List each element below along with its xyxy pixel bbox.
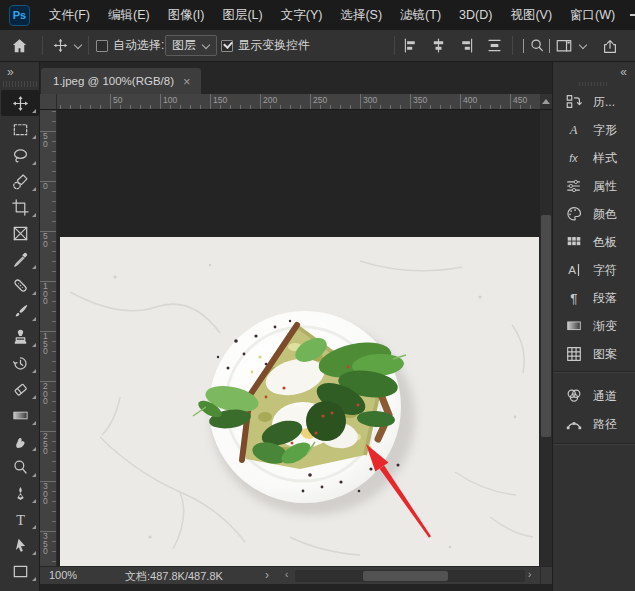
menu-item-select[interactable]: 选择(S)	[331, 0, 391, 30]
h-ruler-label: 300	[363, 95, 377, 105]
minimize-icon	[630, 14, 635, 16]
panel-tab-swatches[interactable]: 色板	[553, 229, 635, 255]
menu-item-edit[interactable]: 编辑(E)	[99, 0, 159, 30]
menu-item-file[interactable]: 文件(F)	[40, 0, 99, 30]
panel-tab-label: 通道	[593, 388, 617, 405]
toolbar-collapse-button[interactable]: »	[7, 65, 14, 79]
tab-close-icon[interactable]: ×	[183, 74, 191, 89]
clone-stamp-tool[interactable]	[1, 324, 39, 350]
panel-collapse-button[interactable]: «	[620, 65, 627, 79]
panel-tab-styles[interactable]: fx样式	[553, 145, 635, 171]
status-bar: 100% 文档:487.8K/487.8K › ‹ ›	[40, 566, 552, 584]
align-center-button[interactable]	[430, 30, 447, 61]
move-tool-icon	[52, 37, 69, 54]
panel-tab-label: 样式	[593, 150, 617, 167]
dropdown-value: 图层	[172, 37, 196, 54]
tools-panel: » T	[0, 62, 40, 591]
quick-selection-tool[interactable]	[1, 168, 39, 194]
panel-tab-properties[interactable]: 属性	[553, 173, 635, 199]
vertical-scrollbar[interactable]	[540, 110, 552, 566]
align-right-icon	[458, 37, 475, 54]
photoshop-window: Ps 文件(F)编辑(E)图像(I)图层(L)文字(Y)选择(S)滤镜(T)3D…	[0, 0, 635, 591]
panel-tab-label: 图案	[593, 346, 617, 363]
align-left-button[interactable]	[402, 30, 419, 61]
brush-tool[interactable]	[1, 298, 39, 324]
toolbar-grip[interactable]	[3, 81, 37, 87]
frame-tool[interactable]	[1, 220, 39, 246]
search-button[interactable]	[528, 30, 546, 61]
lasso-tool[interactable]	[1, 142, 39, 168]
status-options-chevron[interactable]: ›	[265, 568, 269, 582]
gradient-icon	[564, 316, 584, 336]
home-button[interactable]	[10, 30, 29, 61]
eraser-tool[interactable]	[1, 376, 39, 402]
panel-grip[interactable]	[579, 82, 609, 86]
panel-tab-label: 属性	[593, 178, 617, 195]
path-selection-tool[interactable]	[1, 532, 39, 558]
menu-item-filter[interactable]: 滤镜(T)	[391, 0, 450, 30]
panel-tab-label: 路径	[593, 416, 617, 433]
dodge-tool[interactable]	[1, 454, 39, 480]
show-transform-checkbox[interactable]	[221, 30, 233, 61]
align-right-button[interactable]	[458, 30, 475, 61]
distribute-vertical-icon	[486, 37, 503, 54]
panel-tab-paths[interactable]: 路径	[553, 411, 635, 437]
pen-tool[interactable]	[1, 480, 39, 506]
rectangular-marquee-tool[interactable]	[1, 116, 39, 142]
panel-tab-gradients[interactable]: 渐变	[553, 313, 635, 339]
panel-tab-label: 段落	[593, 290, 617, 307]
scroll-left-icon[interactable]: ‹	[285, 569, 288, 580]
type-tool[interactable]: T	[1, 506, 39, 532]
v-ruler-label: 3 0 0	[43, 483, 48, 506]
menu-item-3d[interactable]: 3D(D)	[450, 0, 501, 30]
minimize-button[interactable]	[624, 6, 635, 24]
horizontal-scrollbar-thumb[interactable]	[363, 571, 448, 581]
smudge-tool[interactable]	[1, 428, 39, 454]
panel-dock: « 历...A字形fx样式属性颜色色板A字符¶段落渐变图案通道路径	[552, 62, 635, 591]
food-photo[interactable]	[60, 237, 539, 568]
channels-icon	[564, 386, 584, 406]
auto-select-checkbox[interactable]	[96, 30, 108, 61]
svg-text:T: T	[16, 511, 25, 527]
panel-tab-patterns[interactable]: 图案	[553, 341, 635, 367]
vertical-scrollbar-thumb[interactable]	[541, 215, 551, 437]
photoshop-logo-icon: Ps	[9, 5, 30, 26]
window-controls: ×	[624, 6, 635, 24]
panel-tab-channels[interactable]: 通道	[553, 383, 635, 409]
v-ruler-label: 5 0	[43, 233, 48, 248]
gradient-tool[interactable]	[1, 402, 39, 428]
show-transform-label: 显示变换控件	[238, 30, 310, 61]
history-brush-tool[interactable]	[1, 350, 39, 376]
menu-item-layer[interactable]: 图层(L)	[213, 0, 271, 30]
menu-item-view[interactable]: 视图(V)	[501, 0, 561, 30]
zoom-level-field[interactable]: 100%	[49, 569, 77, 581]
document-info: 文档:487.8K/487.8K	[125, 569, 223, 584]
menu: 文件(F)编辑(E)图像(I)图层(L)文字(Y)选择(S)滤镜(T)3D(D)…	[40, 0, 624, 30]
h-ruler-label: 50	[113, 95, 122, 105]
menu-item-image[interactable]: 图像(I)	[159, 0, 214, 30]
current-tool-button[interactable]	[52, 30, 82, 61]
distribute-button[interactable]	[486, 30, 503, 61]
move-tool[interactable]	[1, 90, 39, 116]
scroll-up-button[interactable]	[540, 94, 552, 110]
panel-tab-paragraph[interactable]: ¶段落	[553, 285, 635, 311]
panel-tab-glyphs[interactable]: A字形	[553, 117, 635, 143]
scroll-right-icon[interactable]: ›	[528, 569, 531, 580]
document-tab[interactable]: 1.jpeg @ 100%(RGB/8) ×	[41, 68, 201, 94]
crop-tool[interactable]	[1, 194, 39, 220]
spot-healing-brush-tool[interactable]	[1, 272, 39, 298]
vertical-ruler: 5 005 01 0 01 5 02 0 02 5 03 0 03 5 0	[40, 110, 57, 566]
v-ruler-label: 1 0 0	[43, 283, 48, 306]
workspace-button[interactable]	[555, 30, 587, 61]
horizontal-scrollbar[interactable]	[295, 570, 525, 582]
panel-tab-color[interactable]: 颜色	[553, 201, 635, 227]
panel-tab-character[interactable]: A字符	[553, 257, 635, 283]
menu-item-type[interactable]: 文字(Y)	[272, 0, 332, 30]
panel-tab-history[interactable]: 历...	[553, 89, 635, 115]
rectangle-tool[interactable]	[1, 558, 39, 584]
v-ruler-label: 2 5 0	[43, 433, 48, 456]
eyedropper-tool[interactable]	[1, 246, 39, 272]
menu-item-window[interactable]: 窗口(W)	[561, 0, 624, 30]
auto-select-target-dropdown[interactable]: 图层	[165, 30, 217, 61]
share-button[interactable]	[601, 30, 619, 61]
